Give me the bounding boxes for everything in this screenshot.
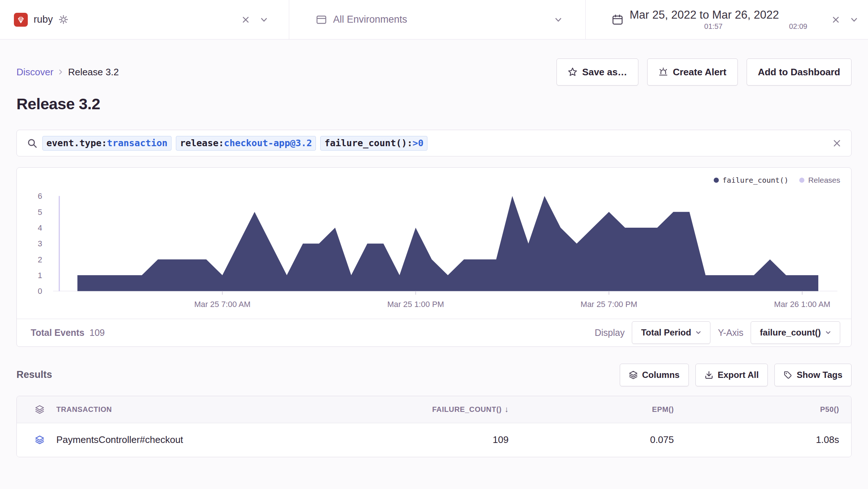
legend-label: failure_count(): [722, 176, 789, 185]
environment-selector[interactable]: All Environments: [289, 0, 585, 39]
project-settings-gear-icon[interactable]: [59, 15, 68, 24]
svg-text:Mar 25 7:00 PM: Mar 25 7:00 PM: [581, 300, 637, 309]
svg-text:5: 5: [38, 208, 42, 217]
chevron-down-icon: [695, 330, 701, 336]
date-clear-icon[interactable]: [832, 16, 839, 23]
transaction-link[interactable]: PaymentsController#checkout: [56, 434, 183, 446]
chevron-down-icon: [825, 330, 831, 336]
search-token-event-type[interactable]: event.type:transaction: [42, 136, 171, 151]
calendar-icon: [612, 14, 623, 25]
svg-text:2: 2: [38, 255, 42, 264]
area-chart: 0123456Mar 25 7:00 AMMar 25 1:00 PMMar 2…: [17, 174, 851, 319]
legend-dot-releases: [799, 178, 804, 183]
column-header-epm[interactable]: EPM(): [652, 405, 674, 414]
siren-icon: [658, 67, 668, 77]
columns-label: Columns: [642, 370, 680, 380]
cell-p50: 1.08s: [674, 434, 839, 446]
page-header: Discover Release 3.2 Save as…: [0, 39, 868, 113]
tag-icon: [784, 371, 792, 379]
add-to-dashboard-label: Add to Dashboard: [758, 67, 840, 78]
cell-failure-count: 109: [343, 434, 509, 446]
results-actions: Columns Export All: [620, 364, 852, 386]
ruby-platform-icon: [14, 13, 28, 27]
svg-text:Mar 25 1:00 PM: Mar 25 1:00 PM: [387, 300, 444, 309]
show-tags-button[interactable]: Show Tags: [774, 364, 852, 386]
svg-text:Mar 26 1:00 AM: Mar 26 1:00 AM: [774, 300, 830, 309]
total-events-label: Total Events: [31, 327, 84, 338]
export-all-label: Export All: [718, 370, 759, 380]
header-layers-icon: [35, 405, 56, 414]
date-start-time: 01:57: [704, 22, 722, 30]
cell-epm: 0.075: [509, 434, 674, 446]
project-name: ruby: [34, 14, 53, 25]
header-actions: Save as… Create Alert Add to Dashboard: [556, 58, 852, 86]
token-key: release:: [180, 138, 224, 149]
yaxis-dropdown[interactable]: failure_count(): [751, 321, 840, 344]
legend-item-failure-count[interactable]: failure_count(): [714, 176, 789, 185]
download-icon: [705, 371, 713, 379]
environment-chevron-down-icon[interactable]: [555, 16, 562, 23]
chart-footer: Total Events 109 Display Total Period Y-…: [17, 319, 851, 346]
table-row[interactable]: PaymentsController#checkout 109 0.075 1.…: [17, 423, 851, 457]
chart-legend: failure_count() Releases: [714, 176, 840, 185]
date-chevron-down-icon[interactable]: [850, 16, 858, 23]
token-value: >0: [412, 138, 423, 149]
token-value: checkout-app@3.2: [224, 138, 312, 149]
date-range-times: 01:57 02:09: [630, 22, 807, 30]
search-tokens[interactable]: event.type:transaction release:checkout-…: [42, 136, 828, 151]
environment-label: All Environments: [333, 14, 407, 25]
legend-dot-failure-count: [714, 178, 719, 183]
svg-text:1: 1: [38, 271, 42, 280]
project-selector[interactable]: ruby: [0, 0, 289, 39]
svg-text:4: 4: [38, 223, 42, 232]
column-header-transaction[interactable]: TRANSACTION: [56, 405, 112, 414]
project-clear-icon[interactable]: [242, 16, 249, 23]
search-token-failure-count[interactable]: failure_count():>0: [320, 136, 427, 151]
total-events-value: 109: [90, 327, 105, 338]
column-header-p50[interactable]: P50(): [820, 405, 839, 414]
add-to-dashboard-button[interactable]: Add to Dashboard: [747, 58, 852, 86]
display-label: Display: [595, 327, 624, 338]
results-header: Results Columns: [16, 364, 852, 386]
chevron-right-icon: [59, 69, 63, 75]
project-chevron-down-icon[interactable]: [260, 16, 268, 23]
window-icon: [316, 15, 327, 25]
create-alert-label: Create Alert: [673, 67, 726, 78]
topbar: ruby All Environments: [0, 0, 868, 39]
display-dropdown[interactable]: Total Period: [632, 321, 710, 344]
page-title: Release 3.2: [16, 95, 852, 113]
date-end-time: 02:09: [789, 22, 807, 30]
date-range-text: Mar 25, 2022 to Mar 26, 2022 01:57 02:09: [630, 9, 807, 30]
results-heading: Results: [16, 369, 52, 380]
sort-desc-arrow-icon[interactable]: ↓: [505, 405, 509, 414]
date-range-value: Mar 25, 2022 to Mar 26, 2022: [630, 9, 807, 21]
columns-button[interactable]: Columns: [620, 364, 689, 386]
svg-text:0: 0: [38, 287, 42, 296]
search-bar[interactable]: event.type:transaction release:checkout-…: [16, 130, 852, 156]
export-all-button[interactable]: Export All: [695, 364, 768, 386]
search-icon: [27, 138, 37, 148]
svg-text:3: 3: [38, 239, 42, 248]
results-table: TRANSACTION FAILURE_COUNT() ↓ EPM() P50(…: [16, 396, 852, 457]
display-dropdown-value: Total Period: [641, 327, 691, 338]
column-header-failure-count[interactable]: FAILURE_COUNT(): [432, 405, 502, 414]
save-as-button[interactable]: Save as…: [556, 58, 638, 86]
breadcrumb-discover-link[interactable]: Discover: [16, 67, 53, 78]
search-clear-icon[interactable]: [833, 139, 841, 147]
token-key: failure_count():: [324, 138, 412, 149]
save-as-label: Save as…: [582, 67, 627, 78]
discover-chart-panel: failure_count() Releases 0123456Mar 25 7…: [16, 167, 852, 347]
show-tags-label: Show Tags: [797, 370, 842, 380]
svg-text:Mar 25 7:00 AM: Mar 25 7:00 AM: [194, 300, 250, 309]
svg-text:6: 6: [38, 192, 42, 201]
table-header-row: TRANSACTION FAILURE_COUNT() ↓ EPM() P50(…: [17, 396, 851, 423]
search-token-release[interactable]: release:checkout-app@3.2: [176, 136, 316, 151]
token-key: event.type:: [46, 138, 107, 149]
date-range-selector[interactable]: Mar 25, 2022 to Mar 26, 2022 01:57 02:09: [586, 0, 868, 39]
legend-item-releases[interactable]: Releases: [799, 176, 840, 185]
yaxis-label: Y-Axis: [718, 327, 743, 338]
create-alert-button[interactable]: Create Alert: [647, 58, 737, 86]
content: event.type:transaction release:checkout-…: [0, 113, 868, 457]
legend-label: Releases: [808, 176, 840, 185]
row-layers-icon[interactable]: [35, 435, 56, 444]
